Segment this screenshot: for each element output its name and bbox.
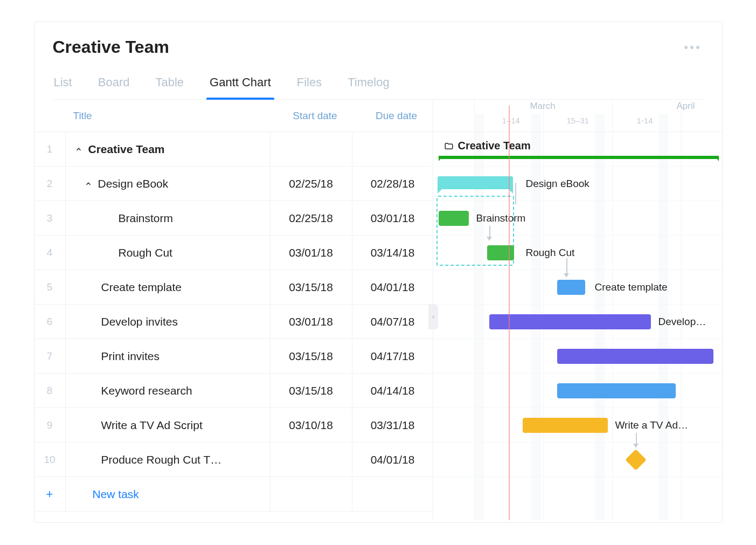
gantt-bar-label: Design eBook bbox=[526, 178, 589, 190]
table-row[interactable]: 9 Write a TV Ad Script 03/10/18 03/31/18 bbox=[34, 408, 433, 443]
task-name: Creative Team bbox=[66, 132, 271, 166]
view-tabs: List Board Table Gantt Chart Files Timel… bbox=[53, 70, 704, 100]
task-table: Title Start date Due date 1 Creative Tea… bbox=[34, 100, 433, 520]
column-headers: Title Start date Due date bbox=[34, 100, 433, 132]
tab-board[interactable]: Board bbox=[97, 70, 131, 99]
gantt-row: Write a TV Ad… bbox=[433, 408, 722, 443]
tab-timelog[interactable]: Timelog bbox=[346, 70, 390, 99]
row-number: 10 bbox=[34, 443, 66, 477]
more-button[interactable] bbox=[680, 42, 704, 53]
col-start-date[interactable]: Start date bbox=[271, 110, 352, 122]
app-window: Creative Team List Board Table Gantt Cha… bbox=[34, 22, 723, 523]
new-task-row[interactable]: + New task bbox=[34, 477, 433, 512]
due-date[interactable]: 02/28/18 bbox=[352, 167, 433, 201]
due-date[interactable]: 04/01/18 bbox=[352, 270, 433, 304]
due-date[interactable]: 04/14/18 bbox=[352, 374, 433, 408]
task-name: Brainstorm bbox=[66, 201, 271, 235]
task-name: Create template bbox=[66, 270, 271, 304]
today-line bbox=[509, 106, 510, 520]
due-date[interactable]: 03/01/18 bbox=[352, 201, 433, 235]
gantt-bar-create-template[interactable] bbox=[557, 280, 585, 295]
task-name: Write a TV Ad Script bbox=[66, 408, 271, 442]
table-row[interactable]: 2 Design eBook 02/25/18 02/28/18 bbox=[34, 167, 433, 201]
row-number: 2 bbox=[34, 167, 66, 201]
start-date[interactable]: 03/01/18 bbox=[271, 236, 352, 270]
dependency-line bbox=[566, 258, 567, 274]
table-row[interactable]: 5 Create template 03/15/18 04/01/18 bbox=[34, 270, 433, 305]
timeline-header: March April 1–14 15–31 1-14 bbox=[433, 100, 722, 132]
tab-files[interactable]: Files bbox=[296, 70, 323, 99]
tab-list[interactable]: List bbox=[53, 70, 73, 99]
table-row[interactable]: 6 Develop invites 03/01/18 04/07/18 bbox=[34, 305, 433, 339]
gantt-folder-text: Creative Team bbox=[458, 140, 531, 152]
chevron-up-icon[interactable] bbox=[84, 180, 93, 188]
row-number: 8 bbox=[34, 374, 66, 408]
row-number: 7 bbox=[34, 339, 66, 373]
start-date[interactable]: 03/15/18 bbox=[271, 339, 352, 373]
col-due-date[interactable]: Due date bbox=[352, 110, 433, 122]
gantt-row bbox=[433, 374, 722, 408]
gantt-milestone-produce-rough[interactable] bbox=[625, 449, 647, 471]
gantt-row: Develop… bbox=[433, 305, 722, 339]
table-row[interactable]: 8 Keyword research 03/15/18 04/14/18 bbox=[34, 374, 433, 408]
start-date[interactable] bbox=[271, 443, 352, 477]
start-date[interactable]: 03/01/18 bbox=[271, 305, 352, 339]
due-date[interactable]: 03/31/18 bbox=[352, 408, 433, 442]
due-date[interactable]: 04/01/18 bbox=[352, 443, 433, 477]
task-name-text: Design eBook bbox=[98, 177, 169, 190]
gantt-row: Create template bbox=[433, 270, 722, 305]
dependency-arrow-icon bbox=[564, 273, 569, 278]
page-title: Creative Team bbox=[53, 37, 169, 57]
due-date[interactable]: 04/17/18 bbox=[352, 339, 433, 373]
gantt-bar-tv-script[interactable] bbox=[523, 418, 608, 433]
body: Title Start date Due date 1 Creative Tea… bbox=[34, 100, 722, 520]
due-date[interactable]: 03/14/18 bbox=[352, 236, 433, 270]
gantt-folder-label: Creative Team bbox=[444, 140, 531, 152]
summary-bar[interactable] bbox=[439, 156, 719, 159]
start-date[interactable]: 02/25/18 bbox=[271, 201, 352, 235]
start-date[interactable] bbox=[271, 132, 352, 166]
task-name-text: Print invites bbox=[101, 350, 160, 363]
gantt-bar-label: Brainstorm bbox=[476, 212, 526, 224]
task-name-text: Create template bbox=[101, 281, 182, 294]
gantt-bar-keyword-research[interactable] bbox=[557, 383, 676, 398]
due-date[interactable] bbox=[352, 132, 433, 166]
table-row[interactable]: 4 Rough Cut 03/01/18 03/14/18 bbox=[34, 236, 433, 270]
start-date[interactable]: 03/15/18 bbox=[271, 270, 352, 304]
gantt-chart[interactable]: March April 1–14 15–31 1-14 Creative Tea… bbox=[433, 100, 722, 520]
task-name: Develop invites bbox=[66, 305, 271, 339]
chevron-up-icon[interactable] bbox=[74, 145, 83, 154]
gantt-bar-label: Write a TV Ad… bbox=[615, 419, 689, 431]
start-date[interactable]: 03/10/18 bbox=[271, 408, 352, 442]
task-name-text: Keyword research bbox=[101, 384, 192, 397]
gantt-rows: Creative Team Design eBook Brainstorm bbox=[433, 132, 722, 477]
gantt-row bbox=[433, 339, 722, 374]
gantt-bar-develop-invites[interactable] bbox=[489, 314, 651, 329]
table-row[interactable]: 7 Print invites 03/15/18 04/17/18 bbox=[34, 339, 433, 374]
table-row[interactable]: 10 Produce Rough Cut T… 04/01/18 bbox=[34, 443, 433, 477]
folder-icon bbox=[444, 141, 454, 151]
col-title[interactable]: Title bbox=[66, 110, 271, 122]
tab-table[interactable]: Table bbox=[154, 70, 185, 99]
tab-gantt-chart[interactable]: Gantt Chart bbox=[209, 70, 272, 99]
gantt-bar-brainstorm[interactable] bbox=[439, 211, 469, 226]
dot-icon bbox=[696, 46, 699, 49]
gantt-bar-print-invites[interactable] bbox=[557, 349, 713, 364]
row-number: 3 bbox=[34, 201, 66, 235]
gantt-bar-design-ebook[interactable] bbox=[438, 176, 513, 189]
task-name: Keyword research bbox=[66, 374, 271, 408]
plus-icon[interactable]: + bbox=[34, 477, 66, 511]
table-row[interactable]: 3 Brainstorm 02/25/18 03/01/18 bbox=[34, 201, 433, 236]
start-date[interactable]: 03/15/18 bbox=[271, 374, 352, 408]
row-number: 6 bbox=[34, 305, 66, 339]
new-task-label[interactable]: New task bbox=[66, 477, 271, 511]
gantt-bar-label: Rough Cut bbox=[526, 247, 575, 259]
gantt-bar-label: Create template bbox=[595, 281, 668, 293]
table-row[interactable]: 1 Creative Team bbox=[34, 132, 433, 167]
due-date[interactable]: 04/07/18 bbox=[352, 305, 433, 339]
sub-label: 15–31 bbox=[567, 116, 589, 125]
gantt-bar-rough-cut[interactable] bbox=[487, 245, 514, 260]
collapse-handle[interactable] bbox=[428, 305, 438, 329]
row-number: 5 bbox=[34, 270, 66, 304]
start-date[interactable]: 02/25/18 bbox=[271, 167, 352, 201]
